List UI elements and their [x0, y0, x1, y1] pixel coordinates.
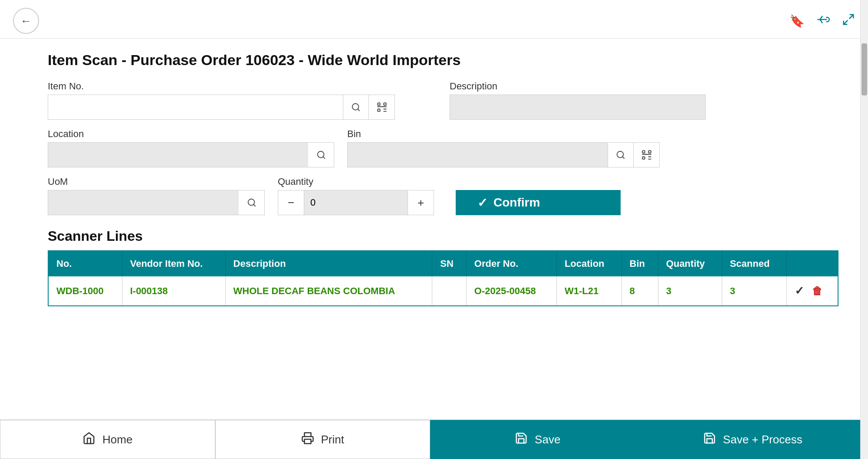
item-description-row: Item No. Description	[48, 81, 838, 120]
cell-location: W1-L21	[556, 276, 621, 306]
location-group: Location	[48, 128, 334, 167]
item-no-search-button[interactable]	[343, 95, 369, 120]
scrollbar-thumb[interactable]	[861, 43, 867, 95]
svg-line-11	[323, 157, 325, 158]
quantity-increase-button[interactable]: +	[408, 190, 434, 215]
svg-rect-5	[384, 103, 386, 105]
bin-input-group	[347, 142, 660, 167]
home-button[interactable]: Home	[0, 420, 215, 459]
cell-sn	[432, 276, 467, 306]
save-label: Save	[535, 433, 560, 446]
quantity-input[interactable]	[304, 190, 408, 215]
svg-line-0	[850, 14, 854, 18]
col-header-scanned: Scanned	[722, 251, 787, 276]
uom-input-group	[48, 190, 265, 215]
location-input-group	[48, 142, 334, 167]
home-label: Home	[102, 433, 132, 446]
description-input[interactable]	[450, 95, 706, 120]
location-input[interactable]	[48, 142, 308, 167]
bottom-bar: Home Print Save S	[0, 420, 860, 459]
svg-line-13	[622, 157, 624, 158]
back-button[interactable]: ←	[13, 8, 39, 34]
location-bin-row: Location Bin	[48, 128, 838, 167]
col-header-sn: SN	[432, 251, 467, 276]
col-header-description: Description	[225, 251, 432, 276]
col-header-no: No.	[48, 251, 122, 276]
svg-rect-22	[304, 439, 311, 443]
scanner-table: No. Vendor Item No. Description SN Order…	[48, 250, 838, 306]
cell-no: WDB-1000	[48, 276, 122, 306]
main-content: Item Scan - Purchase Order 106023 - Wide…	[0, 39, 860, 315]
bin-scan-button[interactable]	[634, 142, 660, 167]
print-label: Print	[321, 433, 344, 446]
save-process-icon	[703, 432, 716, 448]
quantity-controls: − +	[278, 190, 434, 215]
svg-line-1	[844, 20, 848, 24]
cell-bin: 8	[621, 276, 658, 306]
cell-scanned: 3	[722, 276, 787, 306]
item-no-scan-button[interactable]	[369, 95, 395, 120]
location-search-button[interactable]	[308, 142, 334, 167]
quantity-group: Quantity − +	[278, 176, 434, 215]
svg-rect-4	[378, 103, 380, 105]
svg-line-3	[358, 109, 359, 111]
top-bar: ← 🔖	[0, 0, 868, 39]
print-icon	[301, 432, 314, 448]
cell-order-no: O-2025-00458	[466, 276, 556, 306]
expand-icon[interactable]	[842, 13, 855, 29]
svg-rect-16	[642, 157, 644, 159]
uom-group: UoM	[48, 176, 265, 215]
table-row: WDB-1000 I-000138 WHOLE DECAF BEANS COLO…	[48, 276, 838, 306]
row-delete-icon[interactable]: 🗑	[812, 285, 822, 297]
svg-rect-6	[378, 109, 380, 111]
bin-group: Bin	[347, 128, 660, 167]
description-group: Description	[450, 81, 838, 120]
description-input-group	[450, 95, 838, 120]
save-button[interactable]: Save	[430, 420, 645, 459]
confirm-check-icon: ✓	[477, 196, 487, 210]
top-icons: 🔖	[789, 13, 855, 29]
col-header-bin: Bin	[621, 251, 658, 276]
row-action-icons: ✓ 🗑	[795, 284, 830, 298]
item-no-label: Item No.	[48, 81, 437, 92]
col-header-location: Location	[556, 251, 621, 276]
uom-label: UoM	[48, 176, 265, 187]
col-header-order-no: Order No.	[466, 251, 556, 276]
bookmark-icon[interactable]: 🔖	[789, 14, 805, 28]
item-no-input-group	[48, 95, 437, 120]
confirm-label: Confirm	[493, 196, 540, 210]
svg-rect-15	[648, 151, 651, 153]
bin-search-button[interactable]	[608, 142, 634, 167]
page-title: Item Scan - Purchase Order 106023 - Wide…	[48, 52, 838, 69]
cell-description: WHOLE DECAF BEANS COLOMBIA	[225, 276, 432, 306]
description-label: Description	[450, 81, 838, 92]
item-no-input[interactable]	[48, 95, 343, 120]
quantity-decrease-button[interactable]: −	[278, 190, 304, 215]
save-icon	[515, 432, 528, 448]
confirm-button[interactable]: ✓ Confirm	[456, 190, 621, 215]
col-header-vendor-item: Vendor Item No.	[122, 251, 225, 276]
uom-search-button[interactable]	[239, 190, 265, 215]
cell-quantity: 3	[658, 276, 722, 306]
save-process-button[interactable]: Save + Process	[645, 420, 861, 459]
svg-line-21	[253, 204, 255, 206]
print-button[interactable]: Print	[215, 420, 431, 459]
cell-vendor-item-no: I-000138	[122, 276, 225, 306]
location-label: Location	[48, 128, 334, 140]
bin-label: Bin	[347, 128, 660, 140]
share-icon[interactable]	[817, 13, 830, 29]
uom-quantity-row: UoM Quantity − + ✓ Confirm	[48, 176, 838, 215]
col-header-actions	[787, 251, 838, 276]
table-header-row: No. Vendor Item No. Description SN Order…	[48, 251, 838, 276]
quantity-label: Quantity	[278, 176, 434, 187]
item-no-group: Item No.	[48, 81, 437, 120]
cell-actions: ✓ 🗑	[787, 276, 838, 306]
uom-input[interactable]	[48, 190, 239, 215]
col-header-quantity: Quantity	[658, 251, 722, 276]
scrollbar[interactable]	[860, 0, 868, 459]
row-confirm-icon[interactable]: ✓	[795, 284, 804, 298]
bin-input[interactable]	[347, 142, 608, 167]
save-process-label: Save + Process	[723, 433, 802, 446]
scanner-lines-title: Scanner Lines	[48, 228, 838, 244]
home-icon	[82, 432, 95, 448]
